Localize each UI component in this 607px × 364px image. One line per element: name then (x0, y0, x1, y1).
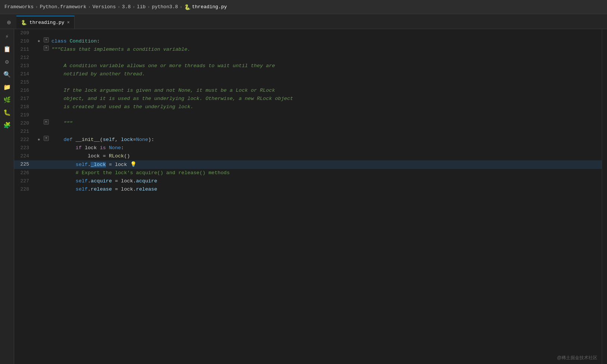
activity-icon-3[interactable]: ⚙ (1, 56, 13, 68)
table-row: 215 (14, 78, 602, 87)
table-row: 227 self.acquire = lock.acquire (14, 177, 602, 185)
activity-bar: ⚡ 📋 ⚙ 🔍 📁 🌿 🐛 🧩 (0, 29, 14, 364)
table-row: 210✱▾class Condition: (14, 37, 602, 46)
table-row: 218 is created and used as the underlyin… (14, 103, 602, 111)
fold-gutter[interactable]: ▸ (43, 119, 50, 125)
fold-gutter[interactable]: ▾ (43, 136, 50, 141)
tab-file-icon: 🐍 (21, 20, 27, 26)
line-number: 220 (14, 119, 35, 128)
asterisk-gutter: ✱ (35, 136, 43, 144)
line-number: 221 (14, 128, 35, 136)
breadcrumb-python38[interactable]: python3.8 (152, 4, 178, 10)
line-number: 214 (14, 70, 35, 78)
fold-open-icon[interactable]: ▾ (44, 46, 49, 51)
breadcrumb-frameworks[interactable]: Frameworks (4, 4, 34, 10)
activity-icon-8[interactable]: 🧩 (1, 119, 13, 131)
fold-closed-icon[interactable]: ▸ (44, 119, 49, 125)
table-row: 225 self._lock = lock💡 (14, 160, 602, 169)
activity-icon-5[interactable]: 📁 (1, 81, 13, 93)
code-editor[interactable]: 209210✱▾class Condition:211▾"""Class tha… (14, 29, 602, 364)
fold-open-icon[interactable]: ▾ (44, 37, 49, 43)
line-number: 223 (14, 144, 35, 152)
tab-label: threading.py (29, 20, 65, 25)
table-row: 212 (14, 54, 602, 62)
code-content: """Class that implements a condition var… (50, 46, 602, 54)
editor-container: ⚡ 📋 ⚙ 🔍 📁 🌿 🐛 🧩 209210✱▾class Condition:… (0, 29, 607, 364)
line-number: 224 (14, 152, 35, 160)
table-row: 211▾"""Class that implements a condition… (14, 46, 602, 54)
tabbar: ⊕ 🐍 threading.py × (0, 14, 607, 29)
line-number: 209 (14, 29, 35, 37)
activity-icon-2[interactable]: 📋 (1, 43, 13, 55)
line-number: 218 (14, 103, 35, 111)
fold-gutter[interactable]: ▾ (43, 37, 50, 43)
code-content: is created and used as the underlying lo… (50, 103, 602, 111)
table-row: 217 object, and it is used as the underl… (14, 95, 602, 103)
table-row: 209 (14, 29, 602, 37)
table-row: 219 (14, 111, 602, 119)
line-number: 222 (14, 136, 35, 144)
add-tab-button[interactable]: ⊕ (3, 16, 15, 29)
line-number: 228 (14, 185, 35, 194)
fold-open-icon[interactable]: ▾ (44, 136, 49, 141)
watermark: @稀土掘金技术社区 (557, 355, 597, 361)
table-row: 224 lock = RLock() (14, 152, 602, 160)
code-content: self.acquire = lock.acquire (50, 177, 602, 185)
table-row: 226 # Export the lock's acquire() and re… (14, 169, 602, 177)
asterisk-gutter: ✱ (35, 37, 43, 46)
tab-threading[interactable]: 🐍 threading.py × (16, 16, 75, 29)
code-content: notified by another thread. (50, 70, 602, 78)
table-row: 220▸ """ (14, 119, 602, 128)
code-content: object, and it is used as the underlying… (50, 95, 602, 103)
breadcrumb-file[interactable]: 🐍 threading.py (184, 4, 227, 10)
line-number: 217 (14, 95, 35, 103)
code-content: # Export the lock's acquire() and releas… (50, 169, 602, 177)
code-content: If the lock argument is given and not No… (50, 87, 602, 95)
table-row: 213 A condition variable allows one or m… (14, 62, 602, 70)
table-row: 214 notified by another thread. (14, 70, 602, 78)
breadcrumb-lib[interactable]: lib (137, 4, 145, 10)
line-number: 225 (14, 160, 35, 169)
line-number: 211 (14, 46, 35, 54)
code-content: class Condition: (50, 37, 602, 46)
scrollbar[interactable] (602, 29, 607, 364)
line-number: 226 (14, 169, 35, 177)
code-content: self._lock = lock💡 (50, 160, 602, 169)
line-number: 227 (14, 177, 35, 185)
line-number: 216 (14, 87, 35, 95)
line-number: 213 (14, 62, 35, 70)
table-row: 221 (14, 128, 602, 136)
activity-icon-6[interactable]: 🌿 (1, 94, 13, 106)
table-row: 223 if lock is None: (14, 144, 602, 152)
titlebar: Frameworks › Python.framework › Versions… (0, 0, 607, 14)
activity-icon-4[interactable]: 🔍 (1, 69, 13, 81)
line-number: 212 (14, 54, 35, 62)
python-file-icon: 🐍 (184, 4, 190, 10)
line-number: 215 (14, 78, 35, 87)
code-content: if lock is None: (50, 144, 602, 152)
code-content: A condition variable allows one or more … (50, 62, 602, 70)
activity-icon-1[interactable]: ⚡ (1, 31, 13, 43)
breadcrumb-versions[interactable]: Versions (92, 4, 116, 10)
line-number: 210 (14, 37, 35, 46)
line-number: 219 (14, 111, 35, 119)
tab-close-button[interactable]: × (67, 20, 70, 25)
activity-icon-7[interactable]: 🐛 (1, 107, 13, 119)
code-content: lock = RLock() (50, 152, 602, 160)
table-row: 216 If the lock argument is given and no… (14, 87, 602, 95)
breadcrumb-38[interactable]: 3.8 (122, 4, 130, 10)
table-row: 222✱▾ def __init__(self, lock=None): (14, 136, 602, 144)
code-content: """ (50, 119, 602, 128)
code-lines: 209210✱▾class Condition:211▾"""Class tha… (14, 29, 602, 194)
code-content: self.release = lock.release (50, 185, 602, 194)
fold-gutter[interactable]: ▾ (43, 46, 50, 51)
breadcrumb-python-framework[interactable]: Python.framework (40, 4, 87, 10)
table-row: 228 self.release = lock.release (14, 185, 602, 194)
code-content: def __init__(self, lock=None): (50, 136, 602, 144)
